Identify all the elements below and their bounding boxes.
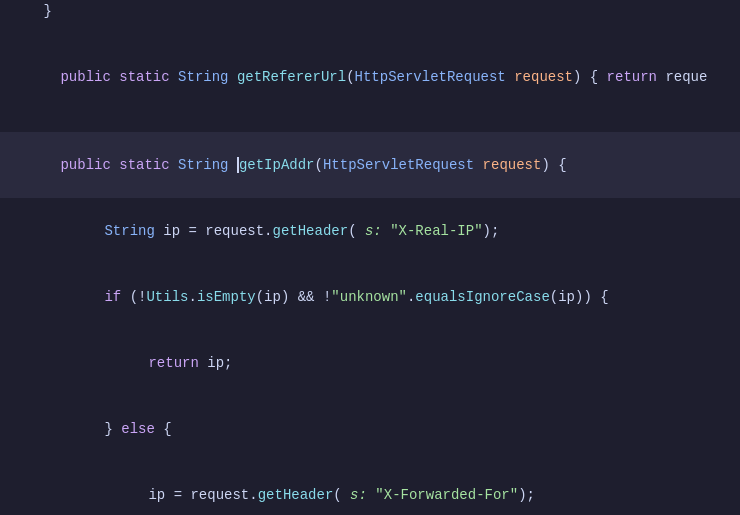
code-line: if (!Utils.isEmpty(ip) && !"unknown".equ… bbox=[0, 264, 740, 330]
code-line bbox=[0, 22, 740, 44]
code-line: } bbox=[0, 0, 740, 22]
code-line bbox=[0, 110, 740, 132]
code-line: String ip = request.getHeader( s: "X-Rea… bbox=[0, 198, 740, 264]
code-line: ip = request.getHeader( s: "X-Forwarded-… bbox=[0, 462, 740, 515]
code-line: } else { bbox=[0, 396, 740, 462]
code-line: return ip; bbox=[0, 330, 740, 396]
code-editor: } public static String getRefererUrl(Htt… bbox=[0, 0, 740, 515]
code-line: public static String getRefererUrl(HttpS… bbox=[0, 44, 740, 110]
code-line-highlighted: public static String getIpAddr(HttpServl… bbox=[0, 132, 740, 198]
